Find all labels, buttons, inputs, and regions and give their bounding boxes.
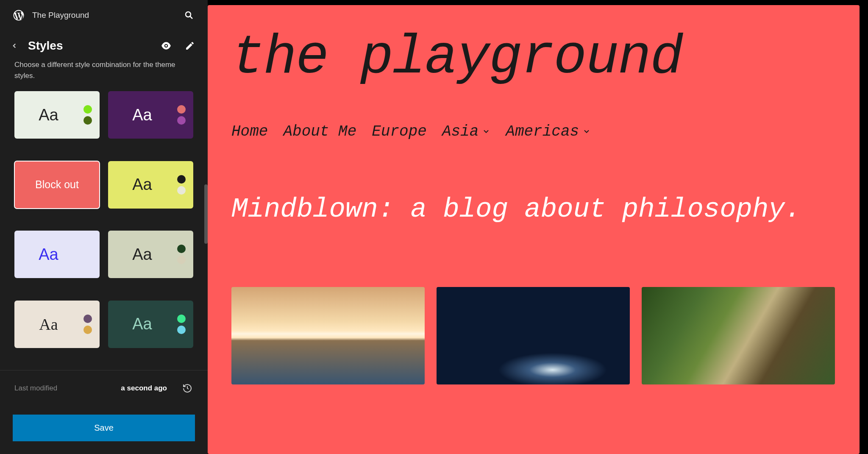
nav-item[interactable]: Asia bbox=[442, 123, 490, 140]
style-variation-card[interactable]: Aa bbox=[14, 91, 100, 139]
style-variation-card[interactable]: Block out bbox=[14, 161, 100, 209]
color-dots bbox=[177, 105, 186, 125]
last-modified-value: a second ago bbox=[121, 384, 167, 393]
color-dot bbox=[177, 175, 186, 184]
color-dot bbox=[177, 245, 186, 253]
topbar: The Playground bbox=[0, 0, 208, 31]
panel-description: Choose a different style combination for… bbox=[0, 59, 208, 91]
style-variation-card[interactable]: Aa bbox=[14, 301, 100, 348]
save-row: Save bbox=[0, 406, 208, 454]
nav-item-label: Asia bbox=[442, 123, 479, 140]
site-name[interactable]: The Playground bbox=[32, 11, 175, 20]
color-dot bbox=[177, 116, 186, 125]
color-dot bbox=[177, 105, 186, 114]
preview-posts-row bbox=[231, 287, 836, 384]
style-variation-card[interactable]: Aa bbox=[14, 231, 100, 278]
color-dot bbox=[83, 326, 92, 334]
color-dots bbox=[177, 315, 186, 334]
edit-icon[interactable] bbox=[184, 40, 196, 52]
style-sample-text: Aa bbox=[39, 106, 58, 124]
style-variation-label: Block out bbox=[35, 178, 79, 191]
panel-title: Styles bbox=[28, 39, 153, 53]
wordpress-logo-icon[interactable] bbox=[12, 8, 25, 22]
post-card[interactable] bbox=[231, 287, 425, 384]
nav-item[interactable]: Home bbox=[231, 123, 268, 140]
color-dot bbox=[83, 105, 92, 114]
back-button[interactable] bbox=[8, 40, 20, 52]
style-variation-card[interactable]: Aa bbox=[108, 301, 193, 348]
style-sample-text: Aa bbox=[132, 245, 152, 264]
nav-item-label: Home bbox=[231, 123, 268, 140]
stylebook-icon[interactable] bbox=[160, 40, 172, 52]
style-variation-card[interactable]: Aa bbox=[108, 231, 193, 278]
nav-item-label: About Me bbox=[283, 123, 356, 140]
last-modified-label: Last modified bbox=[14, 384, 121, 393]
sidebar: The Playground Styles Choose a different… bbox=[0, 0, 208, 454]
nav-item-label: Europe bbox=[372, 123, 427, 140]
color-dot bbox=[177, 186, 186, 195]
color-dots bbox=[83, 315, 92, 334]
post-card[interactable] bbox=[437, 287, 630, 384]
nav-item-label: Americas bbox=[506, 123, 579, 140]
style-sample-text: Aa bbox=[39, 245, 58, 264]
style-sample-text: Aa bbox=[39, 315, 58, 334]
panel-header: Styles bbox=[0, 31, 208, 59]
preview-pane: the playground HomeAbout MeEuropeAsiaAme… bbox=[208, 0, 868, 454]
post-card[interactable] bbox=[642, 287, 835, 384]
style-sample-text: Aa bbox=[132, 315, 152, 333]
style-variation-card[interactable]: Aa bbox=[108, 91, 193, 139]
preview-site-title[interactable]: the playground bbox=[231, 31, 836, 86]
svg-line-1 bbox=[190, 17, 193, 19]
preview-frame[interactable]: the playground HomeAbout MeEuropeAsiaAme… bbox=[208, 5, 860, 454]
svg-point-2 bbox=[165, 45, 167, 47]
color-dot bbox=[177, 326, 186, 334]
save-button[interactable]: Save bbox=[13, 415, 195, 441]
style-sample-text: Aa bbox=[132, 106, 152, 124]
nav-item[interactable]: About Me bbox=[283, 123, 356, 140]
scrollbar[interactable] bbox=[204, 184, 208, 244]
revisions-icon[interactable] bbox=[181, 382, 193, 394]
preview-nav: HomeAbout MeEuropeAsiaAmericas bbox=[231, 123, 836, 140]
footer-row: Last modified a second ago bbox=[0, 370, 208, 406]
preview-tagline: Mindblown: a blog about philosophy. bbox=[231, 191, 836, 228]
nav-item[interactable]: Americas bbox=[506, 123, 591, 140]
color-dot bbox=[177, 315, 186, 323]
color-dots bbox=[177, 245, 186, 264]
style-sample-text: Aa bbox=[132, 175, 152, 194]
style-variation-card[interactable]: Aa bbox=[108, 161, 193, 209]
color-dots bbox=[83, 105, 92, 125]
styles-grid: AaAaBlock outAaAaAaAaAa bbox=[0, 91, 208, 362]
chevron-down-icon bbox=[582, 127, 591, 138]
chevron-down-icon bbox=[482, 127, 490, 138]
nav-item[interactable]: Europe bbox=[372, 123, 427, 140]
panel-actions bbox=[160, 40, 196, 52]
svg-point-0 bbox=[186, 12, 191, 17]
color-dots bbox=[177, 175, 186, 195]
color-dot bbox=[177, 256, 186, 264]
search-icon[interactable] bbox=[182, 8, 196, 22]
color-dot bbox=[83, 315, 92, 323]
color-dot bbox=[83, 116, 92, 125]
